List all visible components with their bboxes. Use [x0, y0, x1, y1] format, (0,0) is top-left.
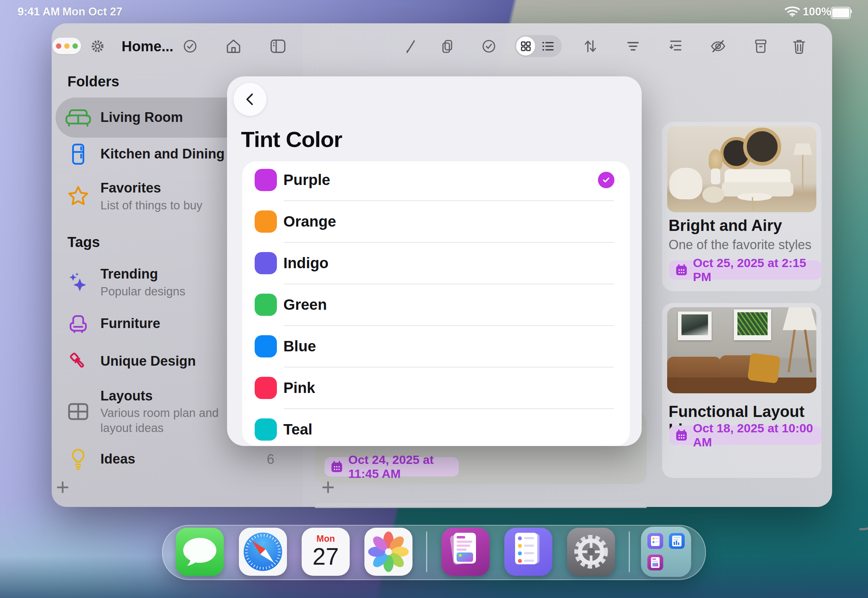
dock-divider	[426, 531, 427, 572]
status-bar: 9:41 AM Mon Oct 27 100%	[0, 0, 868, 21]
separator	[284, 242, 614, 243]
battery-tip	[850, 10, 852, 13]
settings-gear-button[interactable]	[89, 38, 106, 54]
status-time: 9:41 AM	[18, 5, 60, 18]
armchair-icon	[55, 313, 100, 335]
select-checkmark-button[interactable]	[181, 38, 199, 54]
calendar-icon	[675, 263, 688, 277]
back-button[interactable]	[233, 83, 266, 116]
zoom-window-dot[interactable]	[72, 43, 78, 49]
hidden-card-date-badge: Oct 24, 2025 at 11:45 AM	[325, 457, 459, 477]
minimize-window-dot[interactable]	[64, 43, 70, 49]
selected-checkmark-icon	[598, 172, 614, 188]
close-window-dot[interactable]	[56, 43, 61, 49]
tint-option-green[interactable]: Green	[242, 286, 630, 323]
duplicate-button[interactable]	[438, 38, 456, 54]
sidebar-folders-header: Folders	[67, 73, 119, 90]
trash-button[interactable]	[790, 38, 808, 54]
modal-title: Tint Color	[241, 127, 342, 152]
couch-icon	[55, 107, 100, 128]
complete-checkmark-button[interactable]	[480, 38, 497, 54]
card-image-living-room	[667, 126, 816, 212]
tint-color-modal: Tint Color Purple Orange Indigo Green B	[227, 76, 642, 446]
journal-app-icon[interactable]	[441, 528, 489, 576]
color-swatch	[254, 169, 277, 191]
tint-option-teal[interactable]: Teal	[242, 411, 630, 446]
dock-divider	[629, 531, 630, 572]
separator	[284, 408, 614, 409]
home-button[interactable]	[225, 38, 242, 54]
separator	[284, 200, 614, 201]
status-date: Mon Oct 27	[63, 5, 122, 18]
filter-lines-button[interactable]	[624, 38, 642, 54]
battery-percent: 100%	[803, 5, 831, 18]
mini-report-app-icon	[669, 533, 685, 549]
checklist-app-icon[interactable]	[504, 528, 552, 576]
color-swatch	[254, 294, 277, 316]
card-image-leather-sofa	[667, 307, 816, 393]
sidebar-add-button[interactable]: +	[56, 476, 69, 499]
archive-button[interactable]	[752, 38, 769, 54]
item-subtitle: List of things to buy	[100, 198, 202, 213]
sort-arrows-button[interactable]	[582, 38, 599, 54]
ideas-count-badge: 6	[267, 452, 274, 467]
window-controls[interactable]	[52, 37, 81, 54]
content-add-button[interactable]: +	[321, 476, 335, 499]
paintbrush-icon	[55, 351, 100, 372]
view-mode-segmented-control[interactable]	[515, 35, 562, 57]
messages-app-icon[interactable]	[176, 528, 224, 576]
color-swatch	[254, 419, 277, 441]
tint-option-purple[interactable]: Purple	[242, 161, 630, 199]
hidden-note-card-next	[315, 503, 647, 508]
note-card-bright-and-airy[interactable]: Bright and Airy One of the favorite styl…	[662, 122, 822, 291]
star-icon	[55, 185, 100, 208]
custom-filter-button[interactable]	[667, 38, 684, 54]
tint-color-list: Purple Orange Indigo Green Blue	[242, 161, 630, 446]
hide-eye-slash-button[interactable]	[709, 38, 727, 54]
tint-option-blue[interactable]: Blue	[242, 328, 630, 365]
grid-view-icon[interactable]	[516, 37, 535, 55]
calendar-icon	[675, 429, 688, 442]
note-card-functional-layout[interactable]: Functional Layout Idea Oct 18, 2025 at 1…	[662, 303, 822, 478]
color-swatch	[254, 335, 277, 357]
separator	[284, 367, 614, 368]
chevron-left-icon	[243, 91, 257, 107]
window-title[interactable]: Home...	[121, 38, 173, 54]
tint-option-pink[interactable]: Pink	[242, 369, 630, 407]
color-swatch	[254, 252, 277, 274]
tint-option-indigo[interactable]: Indigo	[242, 245, 630, 282]
calendar-app-icon[interactable]: Mon 27	[302, 528, 350, 576]
window-resize-handle[interactable]	[859, 508, 868, 530]
wifi-icon	[784, 5, 801, 20]
lightbulb-icon	[55, 447, 100, 471]
item-subtitle: Various room plan and layout ideas	[100, 405, 244, 435]
list-view-icon[interactable]	[535, 41, 562, 52]
apps-folder-icon[interactable]	[641, 527, 691, 577]
mini-checklist-app-icon	[647, 533, 663, 549]
photos-app-icon[interactable]	[364, 528, 413, 576]
calendar-icon	[330, 460, 343, 473]
card-date-badge: Oct 25, 2025 at 2:15 PM	[669, 260, 822, 280]
sparkles-icon	[55, 271, 100, 294]
separator	[284, 284, 614, 284]
fridge-icon	[55, 143, 100, 165]
card-date-badge: Oct 18, 2025 at 10:00 AM	[669, 426, 822, 445]
sidebar-toggle-button[interactable]	[269, 38, 287, 54]
safari-app-icon[interactable]	[239, 528, 287, 576]
tint-option-orange[interactable]: Orange	[242, 203, 630, 240]
item-subtitle: Popular designs	[100, 284, 186, 299]
settings-app-icon[interactable]	[567, 528, 615, 576]
color-swatch	[254, 211, 277, 233]
sidebar-tags-header: Tags	[67, 234, 100, 250]
grid-icon	[55, 402, 100, 422]
battery-icon	[831, 7, 851, 19]
separator	[284, 325, 614, 326]
color-swatch	[254, 377, 277, 399]
edit-pencil-button[interactable]	[402, 38, 419, 54]
mini-journal-app-icon	[647, 555, 663, 570]
